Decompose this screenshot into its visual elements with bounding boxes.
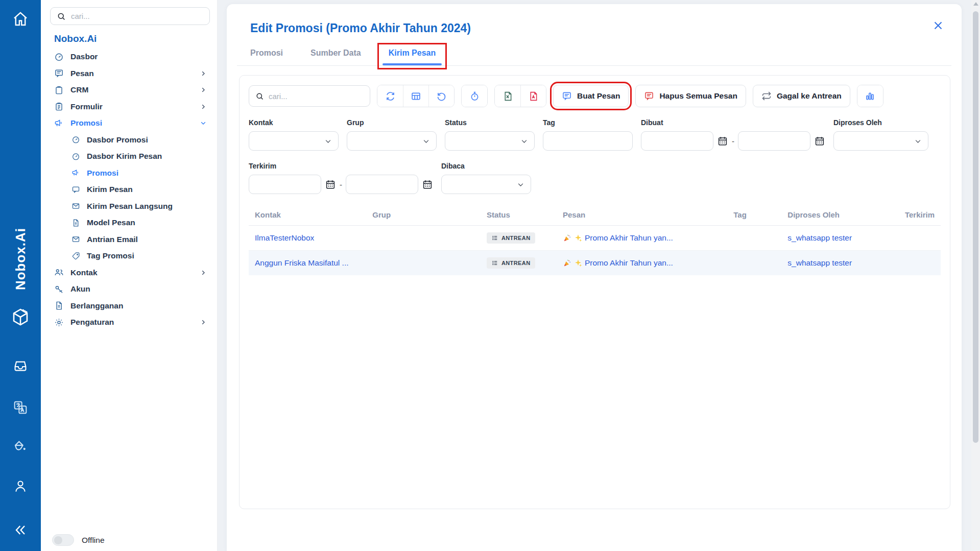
sidebar-item-tag-promosi[interactable]: Tag Promosi <box>50 248 210 265</box>
document-icon <box>71 219 80 227</box>
sidebar-search[interactable] <box>50 7 210 25</box>
gagal-ke-antrean-button[interactable]: Gagal ke Antrean <box>753 85 850 107</box>
range-separator: - <box>340 180 342 189</box>
sidebar-item-formulir[interactable]: Formulir <box>50 99 210 115</box>
tab-kirim-pesan[interactable]: Kirim Pesan <box>389 49 436 65</box>
tag-input[interactable] <box>543 131 633 151</box>
clipboard-list-icon <box>54 102 64 111</box>
filter-label-tag: Tag <box>543 118 633 127</box>
dashboard-icon <box>71 135 80 144</box>
sidebar-nav: Dasbor Pesan CRM Formulir Promosi Dasbor… <box>50 49 210 331</box>
col-tag: Tag <box>699 204 782 226</box>
sidebar-item-model-pesan[interactable]: Model Pesan <box>50 214 210 231</box>
sidebar-search-input[interactable] <box>71 12 203 20</box>
rail-brand-vertical: Nobox.Ai <box>0 214 41 304</box>
dashboard-icon <box>71 152 80 161</box>
collapse-sidebar-icon[interactable] <box>12 522 29 538</box>
offline-toggle[interactable] <box>52 534 74 546</box>
cell-tag <box>699 251 782 276</box>
hapus-semua-pesan-button[interactable]: Hapus Semua Pesan <box>635 85 746 107</box>
pesan-link[interactable]: Promo Akhir Tahun yan... <box>585 233 673 243</box>
terkirim-to-input[interactable] <box>346 175 418 194</box>
tab-promosi[interactable]: Promosi <box>250 49 283 65</box>
scrollbar-up-arrow[interactable] <box>973 2 978 6</box>
status-badge: ANTREAN <box>487 232 536 244</box>
tag-icon <box>71 252 80 260</box>
sidebar-item-kirim-pesan[interactable]: Kirim Pesan <box>50 181 210 198</box>
table-icon[interactable] <box>403 85 428 107</box>
calendar-icon[interactable] <box>325 179 336 190</box>
kontak-link[interactable]: IlmaTesterNobox <box>255 233 314 242</box>
col-terkirim: Terkirim <box>892 204 941 226</box>
sidebar-item-kirim-pesan-langsung[interactable]: Kirim Pesan Langsung <box>50 198 210 215</box>
ink-drop-icon[interactable] <box>12 438 29 454</box>
diproses-oleh-select[interactable] <box>833 131 928 151</box>
cell-diproses-oleh: s_whatsapp tester <box>781 226 892 251</box>
page-scrollbar[interactable] <box>971 0 980 551</box>
sidebar-item-kontak[interactable]: Kontak <box>50 265 210 281</box>
dibuat-to-input[interactable] <box>738 131 810 151</box>
sidebar-item-dasbor-kirim-pesan[interactable]: Dasbor Kirim Pesan <box>50 148 210 165</box>
sidebar-item-promosi-sub[interactable]: Promosi <box>50 165 210 182</box>
sidebar-item-berlangganan[interactable]: Berlangganan <box>50 298 210 315</box>
gear-icon <box>54 318 64 327</box>
scrollbar-thumb[interactable] <box>973 11 978 443</box>
kontak-select[interactable] <box>249 131 339 151</box>
pesan-link[interactable]: Promo Akhir Tahun yan... <box>585 258 673 268</box>
nobox-cube-logo <box>10 306 31 328</box>
sidebar-item-pengaturan[interactable]: Pengaturan <box>50 314 210 331</box>
table-search[interactable] <box>249 85 370 107</box>
megaphone-icon <box>71 169 80 177</box>
calendar-icon[interactable] <box>717 135 728 147</box>
home-icon[interactable] <box>12 10 29 28</box>
chat-bubble-icon <box>71 185 80 194</box>
close-icon[interactable] <box>932 19 944 32</box>
stopwatch-icon[interactable] <box>462 85 487 107</box>
user-icon[interactable] <box>12 478 29 494</box>
dibaca-select[interactable] <box>441 175 531 194</box>
calendar-icon[interactable] <box>422 179 433 190</box>
cell-kontak: Anggun Friska Masifatul ... <box>249 251 366 276</box>
export-button-group <box>494 85 546 107</box>
message-square-icon <box>562 91 572 101</box>
repeat-icon <box>761 91 772 101</box>
sidebar-item-dasbor[interactable]: Dasbor <box>50 49 210 65</box>
sidebar-item-antrian-email[interactable]: Antrian Email <box>50 231 210 248</box>
excel-export-icon[interactable] <box>495 85 520 107</box>
terkirim-from-input[interactable] <box>249 175 321 194</box>
buat-pesan-button[interactable]: Buat Pesan <box>553 85 629 107</box>
message-square-icon <box>644 91 654 101</box>
bar-chart-icon[interactable] <box>857 85 883 107</box>
sidebar-item-promosi[interactable]: Promosi <box>50 115 210 132</box>
people-icon <box>54 268 64 277</box>
sparkles-icon <box>574 259 582 267</box>
translate-icon[interactable] <box>12 399 29 416</box>
kontak-link[interactable]: Anggun Friska Masifatul ... <box>255 258 349 267</box>
diproses-oleh-link[interactable]: s_whatsapp tester <box>787 258 852 267</box>
calendar-icon[interactable] <box>814 135 825 147</box>
refresh-icon[interactable] <box>377 85 403 107</box>
sidebar-item-pesan[interactable]: Pesan <box>50 65 210 82</box>
rotate-ccw-icon[interactable] <box>428 85 454 107</box>
chevron-right-icon <box>200 319 207 326</box>
pdf-export-icon[interactable] <box>520 85 546 107</box>
col-pesan: Pesan <box>557 204 699 226</box>
sidebar-item-dasbor-promosi[interactable]: Dasbor Promosi <box>50 132 210 149</box>
diproses-oleh-link[interactable]: s_whatsapp tester <box>787 233 852 242</box>
sidebar: Nobox.Ai Dasbor Pesan CRM Formulir Promo… <box>41 0 218 551</box>
dibuat-from-input[interactable] <box>641 131 713 151</box>
filters-row-2: Terkirim - Dibaca <box>249 162 941 194</box>
sidebar-item-crm[interactable]: CRM <box>50 82 210 99</box>
sidebar-brand: Nobox.Ai <box>54 33 210 44</box>
pesan-table: Kontak Grup Status Pesan Tag Diproses Ol… <box>249 204 941 275</box>
sidebar-item-akun[interactable]: Akun <box>50 281 210 298</box>
grup-select[interactable] <box>347 131 437 151</box>
range-separator: - <box>732 137 734 146</box>
inbox-icon[interactable] <box>12 357 29 374</box>
filters-row-1: Kontak Grup Status Tag Dibuat <box>249 118 941 151</box>
table-search-input[interactable] <box>269 92 364 101</box>
main-area: Edit Promosi (Promo Akhir Tahun 2024) Pr… <box>218 0 980 551</box>
search-icon <box>255 92 264 101</box>
status-select[interactable] <box>445 131 535 151</box>
tab-sumber-data[interactable]: Sumber Data <box>310 49 361 65</box>
